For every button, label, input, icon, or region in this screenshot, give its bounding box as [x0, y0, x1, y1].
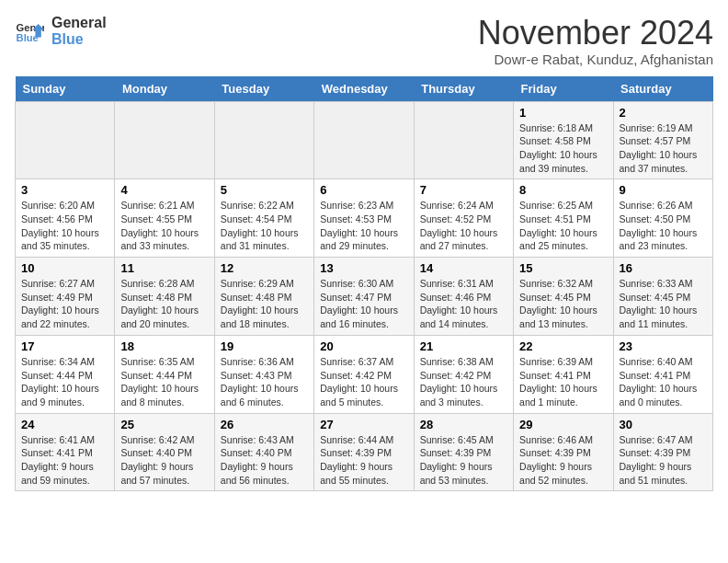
day-number: 26: [221, 418, 308, 431]
header-row: Sunday Monday Tuesday Wednesday Thursday…: [16, 76, 713, 102]
col-sunday: Sunday: [16, 76, 115, 102]
day-number: 16: [620, 261, 707, 275]
day-cell: 8Sunrise: 6:25 AM Sunset: 4:51 PM Daylig…: [514, 179, 613, 258]
day-number: 28: [420, 418, 507, 431]
logo-blue: Blue: [51, 31, 107, 48]
logo: General Blue General Blue: [15, 15, 107, 47]
title-block: November 2024 Dowr-e Rabat, Kunduz, Afgh…: [478, 15, 713, 67]
day-cell: [115, 101, 214, 179]
day-info: Sunrise: 6:26 AM Sunset: 4:50 PM Dayligh…: [620, 199, 707, 253]
col-friday: Friday: [514, 76, 613, 102]
day-cell: 25Sunrise: 6:42 AM Sunset: 4:40 PM Dayli…: [115, 413, 214, 491]
day-cell: [16, 101, 115, 179]
day-info: Sunrise: 6:44 AM Sunset: 4:39 PM Dayligh…: [320, 433, 407, 488]
calendar-table: Sunday Monday Tuesday Wednesday Thursday…: [15, 76, 713, 492]
day-number: 30: [620, 418, 707, 431]
day-info: Sunrise: 6:42 AM Sunset: 4:40 PM Dayligh…: [120, 433, 208, 488]
day-info: Sunrise: 6:41 AM Sunset: 4:41 PM Dayligh…: [21, 433, 108, 488]
day-number: 22: [519, 339, 607, 353]
day-info: Sunrise: 6:21 AM Sunset: 4:55 PM Dayligh…: [120, 199, 208, 253]
day-number: 27: [320, 418, 407, 431]
day-cell: [214, 101, 313, 179]
day-number: 19: [221, 339, 308, 353]
logo-icon: General Blue: [15, 17, 44, 46]
day-info: Sunrise: 6:36 AM Sunset: 4:43 PM Dayligh…: [221, 355, 308, 409]
day-cell: 19Sunrise: 6:36 AM Sunset: 4:43 PM Dayli…: [214, 335, 313, 413]
week-row-4: 17Sunrise: 6:34 AM Sunset: 4:44 PM Dayli…: [16, 335, 713, 413]
day-info: Sunrise: 6:47 AM Sunset: 4:39 PM Dayligh…: [620, 433, 707, 488]
day-cell: 26Sunrise: 6:43 AM Sunset: 4:40 PM Dayli…: [214, 413, 313, 491]
col-wednesday: Wednesday: [314, 76, 414, 102]
day-info: Sunrise: 6:35 AM Sunset: 4:44 PM Dayligh…: [120, 355, 208, 409]
day-cell: 16Sunrise: 6:33 AM Sunset: 4:45 PM Dayli…: [613, 258, 712, 336]
day-cell: 24Sunrise: 6:41 AM Sunset: 4:41 PM Dayli…: [16, 413, 115, 491]
day-cell: 20Sunrise: 6:37 AM Sunset: 4:42 PM Dayli…: [314, 335, 414, 413]
day-info: Sunrise: 6:39 AM Sunset: 4:41 PM Dayligh…: [519, 355, 607, 409]
day-number: 20: [320, 339, 407, 353]
day-cell: 3Sunrise: 6:20 AM Sunset: 4:56 PM Daylig…: [16, 179, 115, 258]
day-number: 23: [620, 339, 707, 353]
day-info: Sunrise: 6:40 AM Sunset: 4:41 PM Dayligh…: [620, 355, 707, 409]
day-cell: [414, 101, 513, 179]
col-monday: Monday: [115, 76, 214, 102]
col-tuesday: Tuesday: [214, 76, 313, 102]
day-info: Sunrise: 6:45 AM Sunset: 4:39 PM Dayligh…: [420, 433, 507, 488]
day-info: Sunrise: 6:30 AM Sunset: 4:47 PM Dayligh…: [320, 277, 407, 331]
day-info: Sunrise: 6:34 AM Sunset: 4:44 PM Dayligh…: [21, 355, 108, 409]
day-info: Sunrise: 6:43 AM Sunset: 4:40 PM Dayligh…: [221, 433, 308, 488]
day-cell: 14Sunrise: 6:31 AM Sunset: 4:46 PM Dayli…: [414, 258, 513, 336]
day-info: Sunrise: 6:24 AM Sunset: 4:52 PM Dayligh…: [420, 199, 507, 253]
day-number: 24: [21, 418, 108, 431]
day-number: 10: [21, 261, 108, 275]
day-info: Sunrise: 6:20 AM Sunset: 4:56 PM Dayligh…: [21, 199, 108, 253]
svg-text:Blue: Blue: [17, 32, 39, 43]
week-row-1: 1Sunrise: 6:18 AM Sunset: 4:58 PM Daylig…: [16, 101, 713, 179]
day-info: Sunrise: 6:38 AM Sunset: 4:42 PM Dayligh…: [420, 355, 507, 409]
day-number: 14: [420, 261, 507, 275]
logo-general: General: [51, 15, 107, 31]
day-number: 29: [519, 418, 607, 431]
day-number: 12: [221, 261, 308, 275]
month-title: November 2024: [478, 15, 713, 52]
day-cell: 13Sunrise: 6:30 AM Sunset: 4:47 PM Dayli…: [314, 258, 414, 336]
day-cell: 18Sunrise: 6:35 AM Sunset: 4:44 PM Dayli…: [115, 335, 214, 413]
day-cell: 10Sunrise: 6:27 AM Sunset: 4:49 PM Dayli…: [16, 258, 115, 336]
day-info: Sunrise: 6:37 AM Sunset: 4:42 PM Dayligh…: [320, 355, 407, 409]
day-cell: 28Sunrise: 6:45 AM Sunset: 4:39 PM Dayli…: [414, 413, 513, 491]
day-number: 7: [420, 183, 507, 197]
col-thursday: Thursday: [414, 76, 513, 102]
day-cell: 6Sunrise: 6:23 AM Sunset: 4:53 PM Daylig…: [314, 179, 414, 258]
day-info: Sunrise: 6:28 AM Sunset: 4:48 PM Dayligh…: [120, 277, 208, 331]
day-number: 1: [519, 106, 607, 120]
day-number: 4: [120, 183, 208, 197]
day-info: Sunrise: 6:22 AM Sunset: 4:54 PM Dayligh…: [221, 199, 308, 253]
day-cell: 22Sunrise: 6:39 AM Sunset: 4:41 PM Dayli…: [514, 335, 613, 413]
day-info: Sunrise: 6:46 AM Sunset: 4:39 PM Dayligh…: [519, 433, 607, 488]
day-cell: 5Sunrise: 6:22 AM Sunset: 4:54 PM Daylig…: [214, 179, 313, 258]
day-cell: 11Sunrise: 6:28 AM Sunset: 4:48 PM Dayli…: [115, 258, 214, 336]
day-number: 6: [320, 183, 407, 197]
week-row-3: 10Sunrise: 6:27 AM Sunset: 4:49 PM Dayli…: [16, 258, 713, 336]
day-number: 15: [519, 261, 607, 275]
col-saturday: Saturday: [613, 76, 712, 102]
day-cell: 29Sunrise: 6:46 AM Sunset: 4:39 PM Dayli…: [514, 413, 613, 491]
day-info: Sunrise: 6:25 AM Sunset: 4:51 PM Dayligh…: [519, 199, 607, 253]
day-cell: 4Sunrise: 6:21 AM Sunset: 4:55 PM Daylig…: [115, 179, 214, 258]
day-cell: 9Sunrise: 6:26 AM Sunset: 4:50 PM Daylig…: [613, 179, 712, 258]
day-info: Sunrise: 6:31 AM Sunset: 4:46 PM Dayligh…: [420, 277, 507, 331]
day-cell: 23Sunrise: 6:40 AM Sunset: 4:41 PM Dayli…: [613, 335, 712, 413]
day-info: Sunrise: 6:23 AM Sunset: 4:53 PM Dayligh…: [320, 199, 407, 253]
day-cell: [314, 101, 414, 179]
week-row-2: 3Sunrise: 6:20 AM Sunset: 4:56 PM Daylig…: [16, 179, 713, 258]
day-cell: 1Sunrise: 6:18 AM Sunset: 4:58 PM Daylig…: [514, 101, 613, 179]
day-number: 17: [21, 339, 108, 353]
day-number: 25: [120, 418, 208, 431]
day-number: 2: [620, 106, 707, 120]
day-info: Sunrise: 6:32 AM Sunset: 4:45 PM Dayligh…: [519, 277, 607, 331]
day-info: Sunrise: 6:19 AM Sunset: 4:57 PM Dayligh…: [620, 121, 707, 176]
day-cell: 17Sunrise: 6:34 AM Sunset: 4:44 PM Dayli…: [16, 335, 115, 413]
day-number: 18: [120, 339, 208, 353]
location-subtitle: Dowr-e Rabat, Kunduz, Afghanistan: [478, 52, 713, 67]
day-info: Sunrise: 6:27 AM Sunset: 4:49 PM Dayligh…: [21, 277, 108, 331]
day-cell: 21Sunrise: 6:38 AM Sunset: 4:42 PM Dayli…: [414, 335, 513, 413]
